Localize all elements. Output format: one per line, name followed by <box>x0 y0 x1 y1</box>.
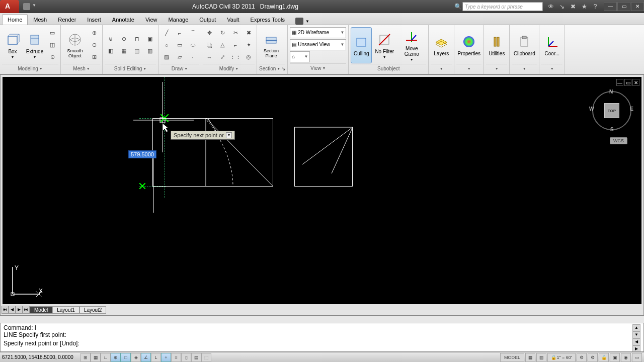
clean-screen-button[interactable]: ▭ <box>632 353 642 362</box>
panel-expand-coordinates[interactable]: ▼ <box>541 64 562 73</box>
quick-view-drawings-button[interactable]: ▥ <box>536 353 546 362</box>
panel-expand-properties[interactable]: ▼ <box>456 64 481 73</box>
panel-title-draw[interactable]: Draw ▼ <box>160 64 199 73</box>
ellipse-button[interactable]: ⬭ <box>187 40 199 51</box>
culling-button[interactable]: Culling <box>351 27 372 63</box>
panel-title-mesh[interactable]: Mesh ▼ <box>63 64 100 73</box>
drawing-canvas[interactable]: — ▭ ✕ N S W E TOP WCS <box>3 77 641 304</box>
dyn-toggle[interactable]: + <box>161 353 171 362</box>
point-button[interactable]: · <box>187 52 199 63</box>
viewport-close-button[interactable]: ✕ <box>632 79 639 86</box>
annotation-visibility-button[interactable]: ⚙ <box>577 353 587 362</box>
tab-next-button[interactable]: ▶ <box>16 306 23 314</box>
sc-toggle[interactable]: ⬚ <box>201 353 211 362</box>
tab-insert[interactable]: Insert <box>82 14 107 25</box>
wcs-badge[interactable]: WCS <box>610 137 627 144</box>
ducs-toggle[interactable]: L <box>151 353 161 362</box>
fillet-button[interactable]: ⌐ <box>229 40 242 51</box>
mirror-button[interactable]: △ <box>216 40 228 51</box>
otrack-toggle[interactable]: ∠ <box>141 353 151 362</box>
3dosnap-toggle[interactable]: ◈ <box>131 353 141 362</box>
revolve-button[interactable]: ⊙ <box>46 52 58 63</box>
polar-toggle[interactable]: ⊕ <box>111 353 121 362</box>
panel-dropdown-icon[interactable]: ▼ <box>305 19 309 24</box>
tab-annotate[interactable]: Annotate <box>107 14 140 25</box>
qat-dropdown-icon[interactable]: ▼ <box>32 3 36 10</box>
subtract-button[interactable]: ⊖ <box>118 34 130 45</box>
viewcube-west[interactable]: W <box>589 106 594 112</box>
mesh-more-button[interactable]: ⊕ <box>88 28 100 39</box>
model-space-button[interactable]: MODEL <box>500 353 524 362</box>
layers-button[interactable]: Layers <box>431 27 452 63</box>
no-filter-button[interactable]: No Filter ▼ <box>373 27 396 63</box>
model-tab[interactable]: Model <box>30 306 52 314</box>
tab-render[interactable]: Render <box>52 14 82 25</box>
isolate-objects-button[interactable]: ◉ <box>621 353 631 362</box>
panel-expand-clipboard[interactable]: ▼ <box>512 64 537 73</box>
offset-button[interactable]: ◎ <box>243 52 255 63</box>
viewcube-south[interactable]: S <box>610 127 614 132</box>
rotate-button[interactable]: ↻ <box>216 28 228 39</box>
tab-first-button[interactable]: ⏮ <box>2 306 9 314</box>
viewcube-north[interactable]: N <box>609 89 613 95</box>
presspull-button[interactable]: ◫ <box>46 40 58 51</box>
union-button[interactable]: ⊎ <box>105 34 117 45</box>
tab-vault[interactable]: Vault <box>221 14 245 25</box>
array-button[interactable]: ⋮⋮ <box>229 52 242 63</box>
dynamic-dimension-input[interactable]: 579.5000 <box>128 150 156 158</box>
arc-button[interactable]: ⌒ <box>187 28 199 39</box>
smooth-object-button[interactable]: Smooth Object <box>63 27 87 63</box>
maximize-button[interactable]: ▭ <box>617 2 630 11</box>
explode-button[interactable]: ✦ <box>243 40 255 51</box>
quick-view-layouts-button[interactable]: ▦ <box>525 353 535 362</box>
tpy-toggle[interactable]: ▯ <box>181 353 191 362</box>
viewcube-top-face[interactable]: TOP <box>604 103 619 118</box>
move-gizmo-button[interactable]: Move Gizmo ▼ <box>397 27 426 63</box>
trim-button[interactable]: ✂ <box>229 28 242 39</box>
region-button[interactable]: ▱ <box>174 52 186 63</box>
extract-edges-button[interactable]: ◫ <box>131 46 143 57</box>
utilities-button[interactable]: Utilities <box>486 27 507 63</box>
box-button[interactable]: Box ▼ <box>2 27 23 63</box>
panel-title-solid-editing[interactable]: Solid Editing ▼ <box>105 64 156 73</box>
subscription-icon[interactable]: ↘ <box>558 3 566 11</box>
ortho-toggle[interactable]: ∟ <box>101 353 111 362</box>
polysolid-button[interactable]: ▭ <box>46 28 58 39</box>
tooltip-options-icon[interactable]: ▾ <box>226 132 232 138</box>
tab-manage[interactable]: Manage <box>163 14 194 25</box>
command-window[interactable]: Command: l LINE Specify first point: Spe… <box>0 323 644 352</box>
panel-expand-utilities[interactable]: ▼ <box>486 64 507 73</box>
viewport-minimize-button[interactable]: — <box>616 79 623 86</box>
scroll-right-icon[interactable]: ▶ <box>632 345 640 352</box>
favorites-icon[interactable]: ★ <box>580 3 588 11</box>
layout1-tab[interactable]: Layout1 <box>52 306 79 314</box>
hardware-accel-button[interactable]: ▣ <box>610 353 620 362</box>
exchange-icon[interactable]: ✖ <box>569 3 577 11</box>
panel-toggle-icon[interactable] <box>295 18 303 25</box>
visual-style-dropdown[interactable]: ▦ 2D Wireframe▼ <box>290 27 346 38</box>
interfere-button[interactable]: ▣ <box>144 34 156 45</box>
osnap-toggle[interactable]: □ <box>121 353 131 362</box>
qat-button[interactable] <box>23 3 30 10</box>
tab-last-button[interactable]: ⏭ <box>23 306 30 314</box>
properties-button[interactable]: Properties <box>456 27 481 63</box>
snap-mode-toggle[interactable]: ⊞ <box>80 353 91 362</box>
circle-button[interactable]: ○ <box>160 40 173 51</box>
binoculars-icon[interactable]: 👁 <box>547 3 555 11</box>
close-button[interactable]: ✕ <box>631 2 644 11</box>
viewcube-east[interactable]: E <box>630 106 633 112</box>
section-plane-button[interactable]: Section Plane <box>259 27 283 63</box>
tab-home[interactable]: Home <box>2 14 28 25</box>
clipboard-button[interactable]: Clipboard <box>512 27 537 63</box>
help-icon[interactable]: ? <box>591 3 599 11</box>
mesh-less-button[interactable]: ⊖ <box>88 40 100 51</box>
extrude-button[interactable]: Extrude ▼ <box>24 27 45 63</box>
named-view-dropdown[interactable]: ▤ Unsaved View▼ <box>290 39 346 50</box>
viewcube[interactable]: N S W E TOP <box>592 91 631 130</box>
stretch-button[interactable]: ↔ <box>203 52 215 63</box>
qp-toggle[interactable]: ▤ <box>191 353 201 362</box>
tab-view[interactable]: View <box>140 14 163 25</box>
panel-expand-layers[interactable]: ▼ <box>431 64 452 73</box>
command-scrollbar[interactable]: ▲ ▼ ◀ ▶ <box>632 324 640 350</box>
move-button[interactable]: ✥ <box>203 28 215 39</box>
